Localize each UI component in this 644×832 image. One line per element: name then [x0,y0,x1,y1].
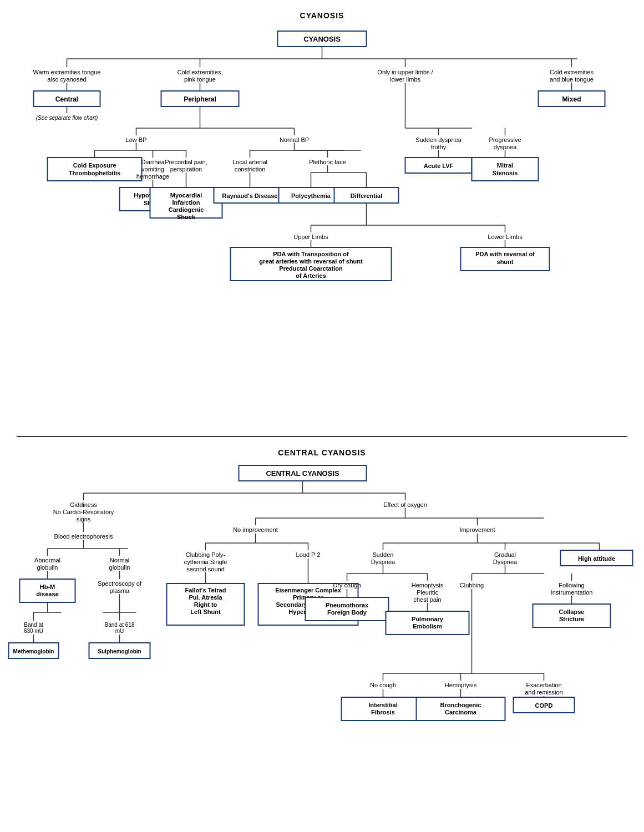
svg-text:Blood electrophoresis: Blood electrophoresis [54,533,113,540]
svg-text:Hemoptysis: Hemoptysis [445,682,477,688]
pneumothorax-box: Pneumothorax [326,602,369,608]
svg-text:and remission: and remission [525,689,562,696]
central-cyanosis-chart: CENTRAL CYANOSIS Giddiness No Cardio-Res… [17,463,627,832]
svg-text:Improvement: Improvement [459,526,495,533]
svg-text:Embolism: Embolism [413,623,442,630]
svg-text:(See separate flow chart): (See separate flow chart) [36,115,98,121]
mixed-box: Mixed [562,95,581,103]
svg-text:Stricture: Stricture [559,616,584,622]
pulmonary-embolism-box: Pulmonary [412,616,444,622]
svg-text:globulin: globulin [37,564,58,571]
svg-text:Only in upper limbs /: Only in upper limbs / [377,69,433,75]
page: CYANOSIS CYANOSIS Warm extremities tongu… [0,0,644,832]
svg-text:No Cardio-Respiratory: No Cardio-Respiratory [53,509,114,515]
svg-text:Fibrosis: Fibrosis [371,709,395,716]
high-attitude-box: High attitude [578,555,615,562]
polycythemia-box: Polycythemia [291,192,331,199]
svg-text:630 mU: 630 mU [24,628,43,634]
svg-text:Effect of oxygen: Effect of oxygen [383,501,427,508]
cyanosis-label: CYANOSIS [303,35,341,43]
raynauds-box: Raynaud's Disease [222,192,278,199]
svg-text:Band at: Band at [24,622,43,628]
section1: CYANOSIS CYANOSIS Warm extremities tongu… [17,11,627,425]
eisenmenger-box: Eisenmenger Complex [275,587,341,593]
hbm-box: Hb-M [40,584,55,590]
svg-text:Dyspnea: Dyspnea [371,559,395,565]
svg-text:Warm extremities tongue: Warm extremities tongue [33,69,101,75]
svg-text:Sudden: Sudden [373,551,394,558]
pda-transposition-box: PDA with Transposition of [273,251,349,257]
collapse-stricture-box: Collapse [559,608,585,615]
bronchogenic-box: Bronchogenic [440,702,481,708]
svg-text:Infarction: Infarction [172,199,200,206]
svg-text:Precordial pain,: Precordial pain, [165,159,207,165]
svg-text:No cough: No cough [370,682,396,688]
svg-text:also cyanosed: also cyanosed [47,76,86,83]
section1-title: CYANOSIS [17,11,627,20]
svg-text:Gradual: Gradual [494,551,516,558]
pda-reversal-box: PDA with reversal of [475,251,535,257]
svg-text:of Arteries: of Arteries [296,272,326,279]
svg-text:Right to: Right to [194,601,217,608]
acute-lvf-box: Acute LVF [424,163,454,169]
svg-text:Carcinoma: Carcinoma [445,709,477,716]
svg-text:Stenosis: Stenosis [493,170,518,176]
svg-text:disease: disease [36,591,58,597]
svg-text:second sound: second sound [186,566,225,572]
svg-text:Cold extremities,: Cold extremities, [178,69,223,75]
section-divider [17,436,627,437]
svg-text:Dyspnea: Dyspnea [493,559,518,565]
svg-text:Local arterial: Local arterial [232,159,267,165]
svg-text:Diarrhea: Diarrhea [141,159,165,165]
svg-text:Normal BP: Normal BP [280,136,309,143]
svg-text:signs: signs [77,516,91,522]
cyanosis-chart: CYANOSIS Warm extremities tongue also cy… [17,26,627,425]
svg-text:Exacerbation: Exacerbation [526,682,561,688]
svg-text:dyspnea: dyspnea [494,144,517,150]
central-cyanosis-label: CENTRAL CYANOSIS [266,469,339,478]
svg-text:Clubbing Poly-: Clubbing Poly- [186,551,226,558]
svg-text:pink tongue: pink tongue [184,76,216,83]
svg-text:Upper Limbs: Upper Limbs [293,234,328,240]
section2-title: CENTRAL CYANOSIS [17,448,627,457]
svg-text:Clubbing: Clubbing [460,582,484,589]
svg-text:hemorrhage: hemorrhage [136,173,169,180]
fallots-box: Fallot's Tetrad [185,587,226,593]
section2: CENTRAL CYANOSIS CENTRAL CYANOSIS Giddin… [17,448,627,832]
central-box: Central [55,95,78,103]
cold-exposure-box: Cold Exposure [73,162,116,169]
svg-text:Pleuritic: Pleuritic [417,589,439,596]
svg-text:Low BP: Low BP [126,136,147,143]
svg-text:Loud P 2: Loud P 2 [296,551,321,558]
methemoglobin-box: Methemoglobin [13,648,54,655]
svg-text:Lower Limbs: Lower Limbs [488,234,523,240]
svg-text:Hemoptysis: Hemoptysis [412,582,444,589]
svg-text:Sudden dyspnea: Sudden dyspnea [415,136,462,143]
svg-text:globulin: globulin [109,564,130,571]
interstitial-fibrosis-box: Interstitial [368,702,398,708]
svg-text:mU: mU [115,628,124,634]
svg-text:frothy: frothy [431,144,447,150]
svg-text:Cardiogenic: Cardiogenic [169,206,204,213]
differential-box: Differential [351,192,382,199]
svg-text:and blue tongue: and blue tongue [550,76,594,83]
svg-text:Following: Following [559,582,584,589]
svg-text:Plethoric face: Plethoric face [309,159,346,165]
myocardial-box: Myocardial [170,192,202,199]
svg-text:Dry cough: Dry cough [333,582,361,589]
svg-text:Band at 618: Band at 618 [105,622,135,628]
svg-text:constriction: constriction [235,166,266,173]
peripheral-box: Peripheral [184,95,216,103]
svg-text:plasma: plasma [110,587,130,594]
svg-text:Instrumentation: Instrumentation [551,589,593,596]
svg-text:Shock: Shock [177,214,196,220]
svg-text:Giddiness: Giddiness [70,501,97,508]
svg-text:Abnormal: Abnormal [34,557,60,564]
svg-text:great arteries with reversal o: great arteries with reversal of shunt [259,258,363,265]
svg-text:chest pain: chest pain [413,596,441,603]
svg-text:No improvement: No improvement [233,526,278,533]
svg-text:Progressive: Progressive [489,136,521,143]
svg-text:Thrombophetbitis: Thrombophetbitis [69,170,121,176]
svg-text:shunt: shunt [497,258,514,265]
copd-box: COPD [535,702,553,709]
